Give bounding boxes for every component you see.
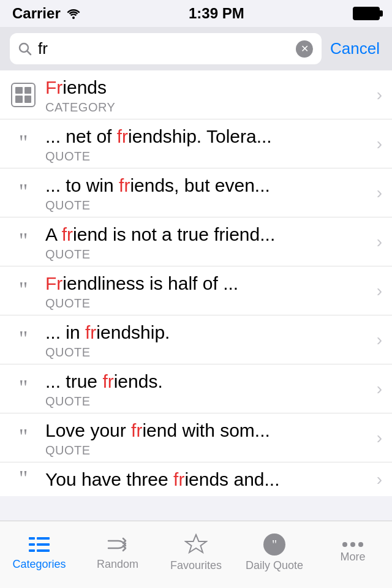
tab-daily-quote-label: Daily Quote xyxy=(246,559,303,572)
status-bar: Carrier 1:39 PM xyxy=(0,0,392,27)
status-carrier: Carrier xyxy=(12,5,80,22)
list-item[interactable]: Friends CATEGORY › xyxy=(0,70,392,119)
search-bar: ✕ Cancel xyxy=(0,27,392,70)
result-text: ... in friendship. QUOTE xyxy=(45,320,371,360)
result-title: Love your friend with som... xyxy=(45,418,371,442)
svg-rect-3 xyxy=(29,537,35,540)
tab-bar: Categories Random Favourites " Daily Quo… xyxy=(0,521,392,588)
svg-marker-9 xyxy=(186,535,206,552)
result-text: ... to win friends, but even... QUOTE xyxy=(45,173,371,213)
list-item[interactable]: " Friendliness is half of ... QUOTE › xyxy=(0,266,392,315)
categories-icon xyxy=(28,535,51,554)
list-item[interactable]: " You have three friends and... › xyxy=(0,462,392,496)
list-item[interactable]: " ... net of friendship. Tolera... QUOTE… xyxy=(0,119,392,168)
chevron-right-icon: › xyxy=(377,428,382,448)
more-icon xyxy=(342,542,363,547)
quote-icon-wrapper: " xyxy=(10,130,37,157)
list-item[interactable]: " A friend is not a true friend... QUOTE… xyxy=(0,217,392,266)
result-title: ... to win friends, but even... xyxy=(45,173,371,197)
svg-rect-6 xyxy=(37,543,50,546)
result-subtitle: QUOTE xyxy=(45,394,371,409)
cancel-search-button[interactable]: Cancel xyxy=(328,39,382,58)
chevron-right-icon: › xyxy=(377,183,382,203)
tab-more[interactable]: More xyxy=(314,521,392,588)
tab-favourites[interactable]: Favourites xyxy=(157,521,235,588)
result-subtitle: QUOTE xyxy=(45,149,371,164)
quote-icon: " xyxy=(19,279,28,301)
category-icon xyxy=(11,83,36,107)
wifi-icon xyxy=(67,8,80,19)
quote-icon: " xyxy=(19,230,28,252)
category-icon-wrapper xyxy=(10,81,37,108)
result-subtitle: QUOTE xyxy=(45,345,371,360)
status-time: 1:39 PM xyxy=(189,5,244,22)
quote-icon-wrapper: " xyxy=(10,424,37,451)
result-title: ... net of friendship. Tolera... xyxy=(45,124,371,148)
tab-random[interactable]: Random xyxy=(78,521,157,588)
result-text: ... net of friendship. Tolera... QUOTE xyxy=(45,124,371,164)
tab-random-label: Random xyxy=(97,558,138,571)
quote-icon: " xyxy=(19,132,28,154)
result-text: A friend is not a true friend... QUOTE xyxy=(45,222,371,262)
result-text: Friends CATEGORY xyxy=(45,75,371,115)
result-subtitle: QUOTE xyxy=(45,247,371,262)
result-title: You have three friends and... xyxy=(45,467,371,491)
search-input[interactable] xyxy=(38,39,290,58)
list-item[interactable]: " ... in friendship. QUOTE › xyxy=(0,315,392,364)
chevron-right-icon: › xyxy=(377,134,382,154)
quote-icon: " xyxy=(19,328,28,350)
daily-quote-bubble-icon: " xyxy=(263,533,285,556)
more-dots-icon xyxy=(342,542,363,547)
tab-more-label: More xyxy=(340,551,365,564)
result-text: Friendliness is half of ... QUOTE xyxy=(45,271,371,311)
tab-favourites-label: Favourites xyxy=(170,559,222,572)
result-subtitle: CATEGORY xyxy=(45,100,371,115)
search-input-wrapper: ✕ xyxy=(10,33,322,64)
result-subtitle: QUOTE xyxy=(45,443,371,458)
quote-icon-wrapper: " xyxy=(10,375,37,402)
search-icon xyxy=(18,42,32,56)
quote-icon: " xyxy=(19,181,28,203)
result-text: ... true friends. QUOTE xyxy=(45,369,371,409)
list-item[interactable]: " ... to win friends, but even... QUOTE … xyxy=(0,168,392,217)
daily-quote-icon: " xyxy=(263,533,285,556)
chevron-right-icon: › xyxy=(377,330,382,350)
quote-icon-wrapper: " xyxy=(10,228,37,255)
quote-icon-wrapper: " xyxy=(10,466,37,493)
svg-rect-8 xyxy=(37,549,50,552)
clear-search-button[interactable]: ✕ xyxy=(296,40,313,58)
chevron-right-icon: › xyxy=(377,232,382,252)
result-subtitle: QUOTE xyxy=(45,198,371,213)
quote-icon-wrapper: " xyxy=(10,326,37,353)
list-item[interactable]: " Love your friend with som... QUOTE › xyxy=(0,413,392,462)
list-item[interactable]: " ... true friends. QUOTE › xyxy=(0,364,392,413)
quote-icon-wrapper: " xyxy=(10,179,37,206)
result-title: Friendliness is half of ... xyxy=(45,271,371,295)
svg-rect-7 xyxy=(29,549,35,552)
quote-icon: " xyxy=(19,377,28,399)
chevron-right-icon: › xyxy=(377,281,382,301)
svg-rect-4 xyxy=(37,537,50,540)
star-icon xyxy=(184,533,208,556)
quote-icon-wrapper: " xyxy=(10,277,37,304)
result-title: A friend is not a true friend... xyxy=(45,222,371,246)
result-text: You have three friends and... xyxy=(45,467,371,491)
battery-icon xyxy=(353,7,380,20)
svg-line-2 xyxy=(28,51,31,55)
svg-point-0 xyxy=(72,17,75,19)
tab-categories-label: Categories xyxy=(12,558,66,571)
chevron-right-icon: › xyxy=(377,85,382,105)
quote-icon: " xyxy=(19,426,28,448)
result-text: Love your friend with som... QUOTE xyxy=(45,418,371,458)
svg-rect-5 xyxy=(29,543,35,546)
chevron-right-icon: › xyxy=(377,379,382,399)
results-list: Friends CATEGORY › " ... net of friendsh… xyxy=(0,70,392,496)
quote-icon: " xyxy=(19,467,28,489)
tab-daily-quote[interactable]: " Daily Quote xyxy=(235,521,314,588)
result-title: ... true friends. xyxy=(45,369,371,393)
random-icon xyxy=(106,535,129,554)
result-subtitle: QUOTE xyxy=(45,296,371,311)
result-title: Friends xyxy=(45,75,371,99)
result-title: ... in friendship. xyxy=(45,320,371,344)
tab-categories[interactable]: Categories xyxy=(0,521,78,588)
